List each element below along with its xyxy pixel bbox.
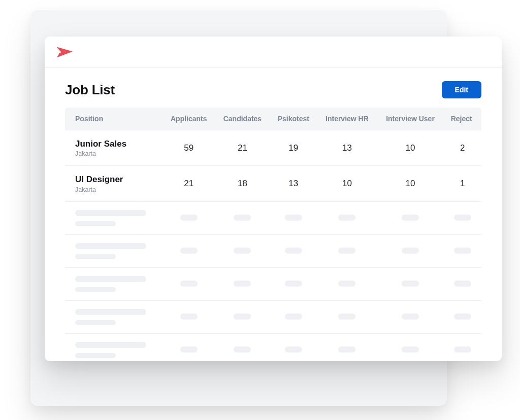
- skeleton-cell: [317, 333, 377, 361]
- col-psikotest: Psikotest: [270, 108, 317, 130]
- skeleton-cell: [270, 333, 317, 361]
- col-candidates: Candidates: [215, 108, 270, 130]
- job-table-container: Position Applicants Candidates Psikotest…: [45, 108, 502, 361]
- position-title: Junior Sales: [75, 138, 157, 149]
- skeleton-cell: [270, 300, 317, 333]
- cell-psikotest: 19: [270, 130, 317, 166]
- skeleton-cell: [377, 267, 444, 300]
- table-header-row: Position Applicants Candidates Psikotest…: [65, 108, 481, 130]
- skeleton-cell: [162, 234, 215, 267]
- skeleton-position: [65, 234, 162, 267]
- skeleton-cell: [377, 234, 444, 267]
- cell-interview-user: 10: [377, 166, 444, 201]
- skeleton-cell: [270, 234, 317, 267]
- skeleton-cell: [377, 201, 444, 234]
- skeleton-cell: [443, 333, 481, 361]
- cell-position: UI DesignerJakarta: [65, 166, 162, 201]
- skeleton-cell: [317, 300, 377, 333]
- cell-reject: 1: [443, 166, 481, 201]
- skeleton-cell: [215, 267, 270, 300]
- col-position: Position: [65, 108, 162, 130]
- skeleton-cell: [215, 333, 270, 361]
- cell-candidates: 21: [215, 130, 270, 166]
- cell-interview-hr: 10: [317, 166, 377, 201]
- job-table: Position Applicants Candidates Psikotest…: [65, 108, 481, 361]
- edit-button[interactable]: Edit: [442, 81, 481, 98]
- table-row-skeleton: [65, 234, 481, 267]
- table-row-skeleton: [65, 267, 481, 300]
- position-location: Jakarta: [75, 186, 157, 193]
- table-row-skeleton: [65, 201, 481, 234]
- skeleton-position: [65, 300, 162, 333]
- skeleton-cell: [162, 267, 215, 300]
- cell-position: Junior SalesJakarta: [65, 130, 162, 166]
- cell-applicants: 21: [162, 166, 215, 201]
- col-interview-hr: Interview HR: [317, 108, 377, 130]
- skeleton-cell: [377, 300, 444, 333]
- cell-interview-user: 10: [377, 130, 444, 166]
- skeleton-cell: [443, 300, 481, 333]
- content-header: Job List Edit: [45, 68, 502, 108]
- page-title: Job List: [65, 82, 115, 98]
- skeleton-cell: [162, 300, 215, 333]
- skeleton-cell: [270, 201, 317, 234]
- cell-applicants: 59: [162, 130, 215, 166]
- job-list-panel: Job List Edit Position Applicants Candid…: [45, 37, 502, 361]
- cell-psikotest: 13: [270, 166, 317, 201]
- skeleton-cell: [162, 201, 215, 234]
- col-applicants: Applicants: [162, 108, 215, 130]
- col-reject: Reject: [443, 108, 481, 130]
- skeleton-cell: [443, 267, 481, 300]
- skeleton-cell: [270, 267, 317, 300]
- skeleton-cell: [443, 201, 481, 234]
- position-title: UI Designer: [75, 174, 157, 185]
- skeleton-cell: [162, 333, 215, 361]
- skeleton-cell: [317, 201, 377, 234]
- cell-interview-hr: 13: [317, 130, 377, 166]
- skeleton-cell: [317, 267, 377, 300]
- skeleton-position: [65, 267, 162, 300]
- skeleton-cell: [215, 201, 270, 234]
- skeleton-position: [65, 201, 162, 234]
- table-row-skeleton: [65, 300, 481, 333]
- table-row[interactable]: UI DesignerJakarta21181310101: [65, 166, 481, 201]
- table-row[interactable]: Junior SalesJakarta59211913102: [65, 130, 481, 166]
- cell-candidates: 18: [215, 166, 270, 201]
- cell-reject: 2: [443, 130, 481, 166]
- col-interview-user: Interview User: [377, 108, 444, 130]
- skeleton-cell: [317, 234, 377, 267]
- paper-plane-logo-icon: [56, 45, 74, 59]
- skeleton-cell: [215, 234, 270, 267]
- skeleton-cell: [377, 333, 444, 361]
- skeleton-position: [65, 333, 162, 361]
- skeleton-cell: [215, 300, 270, 333]
- position-location: Jakarta: [75, 150, 157, 157]
- skeleton-cell: [443, 234, 481, 267]
- topbar: [45, 37, 502, 68]
- table-row-skeleton: [65, 333, 481, 361]
